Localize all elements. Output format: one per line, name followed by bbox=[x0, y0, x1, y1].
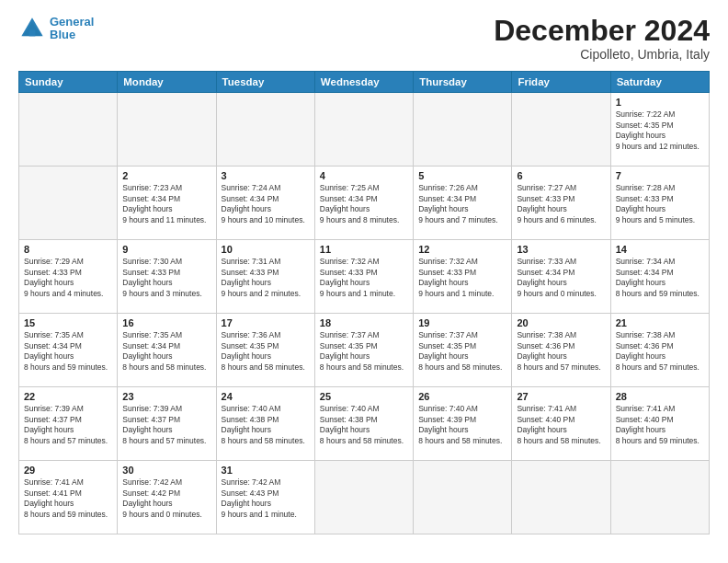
daylight-label: Daylight hours bbox=[222, 499, 271, 508]
sunrise-label: Sunrise: 7:28 AM bbox=[616, 183, 676, 192]
daylight-label: Daylight hours bbox=[616, 131, 665, 140]
day-info: Sunrise: 7:40 AM Sunset: 4:39 PM Dayligh… bbox=[418, 404, 506, 446]
daylight-value: 8 hours and 58 minutes. bbox=[122, 362, 206, 372]
daylight-label: Daylight hours bbox=[222, 204, 271, 213]
logo: General Blue bbox=[18, 15, 94, 42]
day-cell: 23 Sunrise: 7:39 AM Sunset: 4:37 PM Dayl… bbox=[118, 387, 216, 461]
daylight-value: 8 hours and 58 minutes. bbox=[222, 362, 305, 372]
sunset-label: Sunset: 4:34 PM bbox=[222, 194, 279, 203]
day-cell: 25 Sunrise: 7:40 AM Sunset: 4:38 PM Dayl… bbox=[314, 387, 413, 461]
daylight-value: 8 hours and 59 minutes. bbox=[616, 436, 700, 445]
day-number: 28 bbox=[616, 391, 704, 402]
sunset-label: Sunset: 4:35 PM bbox=[418, 341, 476, 350]
calendar-row: 22 Sunrise: 7:39 AM Sunset: 4:37 PM Dayl… bbox=[19, 387, 710, 461]
day-number: 18 bbox=[320, 317, 408, 328]
sunset-label: Sunset: 4:38 PM bbox=[320, 415, 378, 424]
sunset-label: Sunset: 4:41 PM bbox=[24, 488, 82, 498]
sunrise-label: Sunrise: 7:39 AM bbox=[122, 404, 182, 413]
daylight-value: 8 hours and 59 minutes. bbox=[24, 362, 108, 372]
empty-cell bbox=[414, 461, 512, 534]
day-cell: 8 Sunrise: 7:29 AM Sunset: 4:33 PM Dayli… bbox=[19, 240, 118, 314]
day-number: 22 bbox=[24, 391, 112, 402]
day-number: 15 bbox=[24, 317, 112, 328]
day-number: 29 bbox=[24, 465, 112, 476]
daylight-label: Daylight hours bbox=[517, 351, 566, 361]
day-cell: 26 Sunrise: 7:40 AM Sunset: 4:39 PM Dayl… bbox=[414, 387, 512, 461]
sunset-label: Sunset: 4:38 PM bbox=[222, 415, 279, 424]
sunrise-label: Sunrise: 7:32 AM bbox=[320, 257, 380, 266]
day-number: 4 bbox=[320, 170, 408, 181]
day-cell: 19 Sunrise: 7:37 AM Sunset: 4:35 PM Dayl… bbox=[414, 314, 512, 387]
day-cell: 10 Sunrise: 7:31 AM Sunset: 4:33 PM Dayl… bbox=[216, 240, 314, 314]
sunrise-label: Sunrise: 7:32 AM bbox=[418, 257, 478, 266]
day-cell: 28 Sunrise: 7:41 AM Sunset: 4:40 PM Dayl… bbox=[610, 387, 709, 461]
sunset-label: Sunset: 4:33 PM bbox=[122, 268, 180, 277]
day-cell: 11 Sunrise: 7:32 AM Sunset: 4:33 PM Dayl… bbox=[314, 240, 413, 314]
day-cell: 27 Sunrise: 7:41 AM Sunset: 4:40 PM Dayl… bbox=[512, 387, 610, 461]
calendar: Sunday Monday Tuesday Wednesday Thursday… bbox=[18, 71, 710, 534]
daylight-label: Daylight hours bbox=[616, 351, 665, 361]
sunset-label: Sunset: 4:39 PM bbox=[418, 415, 476, 424]
day-cell: 16 Sunrise: 7:35 AM Sunset: 4:34 PM Dayl… bbox=[118, 314, 216, 387]
sunrise-label: Sunrise: 7:31 AM bbox=[222, 257, 281, 266]
daylight-value: 8 hours and 57 minutes. bbox=[122, 436, 206, 445]
day-info: Sunrise: 7:23 AM Sunset: 4:34 PM Dayligh… bbox=[122, 183, 210, 225]
day-info: Sunrise: 7:32 AM Sunset: 4:33 PM Dayligh… bbox=[320, 257, 408, 299]
day-cell: 20 Sunrise: 7:38 AM Sunset: 4:36 PM Dayl… bbox=[512, 314, 610, 387]
sunrise-label: Sunrise: 7:27 AM bbox=[517, 183, 576, 192]
day-cell: 3 Sunrise: 7:24 AM Sunset: 4:34 PM Dayli… bbox=[216, 167, 314, 240]
sunrise-label: Sunrise: 7:42 AM bbox=[222, 477, 281, 487]
daylight-value: 8 hours and 58 minutes. bbox=[418, 362, 502, 372]
day-info: Sunrise: 7:37 AM Sunset: 4:35 PM Dayligh… bbox=[320, 330, 408, 373]
sunset-label: Sunset: 4:37 PM bbox=[24, 415, 82, 424]
daylight-label: Daylight hours bbox=[122, 499, 172, 508]
calendar-body: 1 Sunrise: 7:22 AM Sunset: 4:35 PM Dayli… bbox=[19, 93, 710, 534]
day-info: Sunrise: 7:38 AM Sunset: 4:36 PM Dayligh… bbox=[517, 330, 605, 373]
daylight-label: Daylight hours bbox=[418, 425, 468, 434]
calendar-row: 1 Sunrise: 7:22 AM Sunset: 4:35 PM Dayli… bbox=[19, 93, 710, 167]
daylight-label: Daylight hours bbox=[24, 499, 74, 508]
calendar-row: 2 Sunrise: 7:23 AM Sunset: 4:34 PM Dayli… bbox=[19, 167, 710, 240]
sunrise-label: Sunrise: 7:34 AM bbox=[616, 257, 676, 266]
daylight-value: 8 hours and 58 minutes. bbox=[320, 436, 404, 445]
day-cell: 31 Sunrise: 7:42 AM Sunset: 4:43 PM Dayl… bbox=[216, 461, 314, 534]
daylight-value: 9 hours and 8 minutes. bbox=[320, 215, 399, 224]
day-cell: 29 Sunrise: 7:41 AM Sunset: 4:41 PM Dayl… bbox=[19, 461, 118, 534]
empty-cell bbox=[19, 93, 118, 167]
day-info: Sunrise: 7:36 AM Sunset: 4:35 PM Dayligh… bbox=[222, 330, 310, 373]
day-info: Sunrise: 7:31 AM Sunset: 4:33 PM Dayligh… bbox=[222, 257, 310, 299]
empty-cell bbox=[19, 167, 118, 240]
daylight-label: Daylight hours bbox=[418, 278, 468, 287]
day-cell: 13 Sunrise: 7:33 AM Sunset: 4:34 PM Dayl… bbox=[512, 240, 610, 314]
day-cell: 15 Sunrise: 7:35 AM Sunset: 4:34 PM Dayl… bbox=[19, 314, 118, 387]
sunrise-label: Sunrise: 7:40 AM bbox=[320, 404, 380, 413]
page: General Blue December 2024 Cipolleto, Um… bbox=[0, 0, 728, 563]
daylight-label: Daylight hours bbox=[122, 351, 172, 361]
day-cell: 2 Sunrise: 7:23 AM Sunset: 4:34 PM Dayli… bbox=[118, 167, 216, 240]
location-subtitle: Cipolleto, Umbria, Italy bbox=[494, 47, 710, 62]
sunset-label: Sunset: 4:35 PM bbox=[616, 121, 674, 130]
daylight-label: Daylight hours bbox=[122, 204, 172, 213]
day-info: Sunrise: 7:42 AM Sunset: 4:42 PM Dayligh… bbox=[122, 477, 210, 520]
sunset-label: Sunset: 4:33 PM bbox=[418, 268, 476, 277]
daylight-value: 8 hours and 59 minutes. bbox=[24, 510, 108, 519]
sunrise-label: Sunrise: 7:33 AM bbox=[517, 257, 576, 266]
day-info: Sunrise: 7:22 AM Sunset: 4:35 PM Dayligh… bbox=[616, 109, 704, 152]
daylight-label: Daylight hours bbox=[616, 278, 665, 287]
day-info: Sunrise: 7:33 AM Sunset: 4:34 PM Dayligh… bbox=[517, 257, 605, 299]
sunset-label: Sunset: 4:33 PM bbox=[24, 268, 82, 277]
daylight-label: Daylight hours bbox=[320, 278, 370, 287]
daylight-label: Daylight hours bbox=[517, 278, 566, 287]
day-info: Sunrise: 7:37 AM Sunset: 4:35 PM Dayligh… bbox=[418, 330, 506, 373]
day-info: Sunrise: 7:41 AM Sunset: 4:40 PM Dayligh… bbox=[517, 404, 605, 446]
daylight-value: 9 hours and 2 minutes. bbox=[222, 289, 301, 298]
day-number: 23 bbox=[122, 391, 210, 402]
day-cell: 4 Sunrise: 7:25 AM Sunset: 4:34 PM Dayli… bbox=[314, 167, 413, 240]
title-block: December 2024 Cipolleto, Umbria, Italy bbox=[494, 15, 710, 62]
daylight-label: Daylight hours bbox=[24, 278, 74, 287]
sunrise-label: Sunrise: 7:35 AM bbox=[122, 330, 182, 339]
sunset-label: Sunset: 4:33 PM bbox=[517, 194, 574, 203]
sunrise-label: Sunrise: 7:38 AM bbox=[616, 330, 676, 339]
empty-cell bbox=[314, 93, 413, 167]
sunrise-label: Sunrise: 7:30 AM bbox=[122, 257, 182, 266]
